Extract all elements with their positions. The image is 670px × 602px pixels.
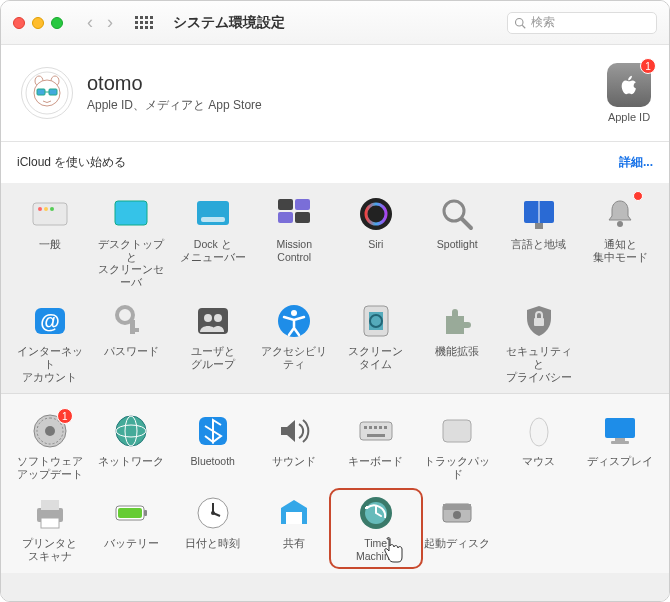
search-icon [514,17,526,29]
pref-dock[interactable]: Dock と メニューバー [172,195,254,288]
accessibility-label: アクセシビリティ [257,345,331,370]
pref-security[interactable]: セキュリティと プライバシー [498,302,580,383]
svg-point-28 [617,221,623,227]
passwords-label: パスワード [104,345,159,358]
apple-id-button[interactable]: 1 Apple ID [607,63,651,123]
internet-icon: @ [31,302,69,340]
svg-rect-20 [295,212,310,223]
siri-icon [357,195,395,233]
pref-timemachine[interactable]: Time Machine [335,494,417,562]
battery-icon [112,494,150,532]
svg-rect-58 [605,418,635,438]
svg-point-44 [45,426,55,436]
pref-users[interactable]: ユーザと グループ [172,302,254,383]
notifications-icon [601,195,639,233]
close-button[interactable] [13,17,25,29]
pref-sound[interactable]: サウンド [254,412,336,480]
svg-rect-53 [379,426,382,429]
svg-rect-16 [201,217,225,222]
pref-siri[interactable]: Siri [335,195,417,288]
sound-icon [275,412,313,450]
mission-label: Mission Control [276,238,312,263]
datetime-icon [194,494,232,532]
pref-keyboard[interactable]: キーボード [335,412,417,480]
screentime-icon [357,302,395,340]
pref-bluetooth[interactable]: Bluetooth [172,412,254,480]
svg-point-35 [204,314,212,322]
icloud-details-link[interactable]: 詳細... [619,154,653,171]
security-label: セキュリティと プライバシー [502,345,576,383]
pref-passwords[interactable]: パスワード [91,302,173,383]
pref-datetime[interactable]: 日付と時刻 [172,494,254,562]
apple-id-label: Apple ID [607,111,651,123]
svg-rect-17 [278,199,293,210]
siri-label: Siri [368,238,383,251]
pref-internet[interactable]: @インターネット アカウント [9,302,91,383]
notifications-badge [633,191,643,201]
mission-icon [275,195,313,233]
displays-icon [601,412,639,450]
search-field[interactable]: 検索 [507,12,657,34]
svg-rect-75 [443,504,471,510]
pref-accessibility[interactable]: アクセシビリティ [254,302,336,383]
svg-rect-13 [115,201,147,225]
pref-software[interactable]: 1ソフトウェア アップデート [9,412,91,480]
svg-rect-65 [118,508,142,518]
pref-screentime[interactable]: スクリーン タイム [335,302,417,383]
spotlight-label: Spotlight [437,238,478,251]
pref-printers[interactable]: プリンタと スキャナ [9,494,91,562]
minimize-button[interactable] [32,17,44,29]
keyboard-label: キーボード [348,455,403,468]
trackpad-icon [438,412,476,450]
general-label: 一般 [39,238,61,251]
pref-startup[interactable]: 起動ディスク [417,494,499,562]
back-button[interactable]: ‹ [87,12,93,33]
svg-point-11 [44,207,48,211]
pref-displays[interactable]: ディスプレイ [580,412,662,480]
pref-language[interactable]: 言語と地域 [498,195,580,288]
svg-line-24 [462,219,471,228]
language-icon [520,195,558,233]
svg-rect-59 [615,438,625,441]
pref-mouse[interactable]: マウス [498,412,580,480]
pref-notifications[interactable]: 通知と 集中モード [580,195,662,288]
pref-sharing[interactable]: 共有 [254,494,336,562]
datetime-label: 日付と時刻 [185,537,240,550]
show-all-icon[interactable] [135,16,153,29]
dock-label: Dock と メニューバー [180,238,246,263]
svg-rect-52 [374,426,377,429]
pref-desktop[interactable]: デスクトップと スクリーンセーバ [91,195,173,288]
mouse-label: マウス [522,455,555,468]
pref-trackpad[interactable]: トラックパッド [417,412,499,480]
svg-point-76 [453,511,461,519]
pref-spotlight[interactable]: Spotlight [417,195,499,288]
network-icon [112,412,150,450]
svg-point-0 [516,18,524,26]
account-subtitle: Apple ID、メディアと App Store [87,97,262,114]
bluetooth-icon [194,412,232,450]
pref-mission[interactable]: Mission Control [254,195,336,288]
svg-point-36 [214,314,222,322]
pref-extensions[interactable]: 機能拡張 [417,302,499,383]
svg-point-57 [530,418,548,446]
pref-battery[interactable]: バッテリー [91,494,173,562]
general-icon [31,195,69,233]
pref-network[interactable]: ネットワーク [91,412,173,480]
desktop-icon [112,195,150,233]
language-label: 言語と地域 [511,238,566,251]
apple-id-badge: 1 [640,58,656,74]
users-label: ユーザと グループ [191,345,235,370]
displays-label: ディスプレイ [587,455,653,468]
account-section: otomo Apple ID、メディアと App Store 1 Apple I… [1,45,669,142]
pref-general[interactable]: 一般 [9,195,91,288]
timemachine-icon [357,494,395,532]
software-badge: 1 [57,408,73,424]
icloud-label: iCloud を使い始める [17,154,126,171]
nav-arrows: ‹ › [87,12,113,33]
svg-rect-62 [41,500,59,510]
forward-button[interactable]: › [107,12,113,33]
pref-grid-bottom: 1ソフトウェア アップデートネットワークBluetoothサウンドキーボードトラ… [1,393,669,572]
avatar[interactable] [21,67,73,119]
extensions-label: 機能拡張 [435,345,479,358]
zoom-button[interactable] [51,17,63,29]
